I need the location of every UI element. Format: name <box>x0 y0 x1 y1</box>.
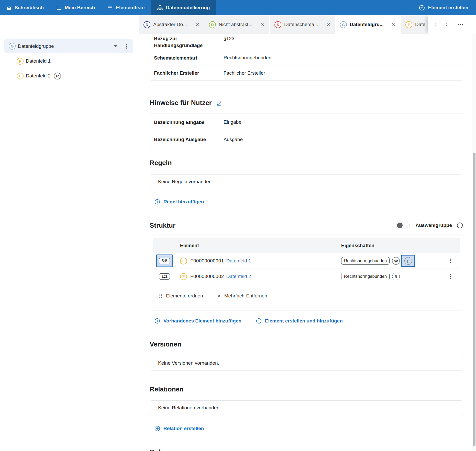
detail-label: Fachlicher Ersteller <box>154 70 224 76</box>
relationen-empty-card: Keine Relationen vorhanden. <box>150 400 463 415</box>
struktur-actions: Vorhandenes Element hinzufügen Element e… <box>150 317 463 325</box>
tab-label: Datenschema ... <box>284 22 319 27</box>
plus-circle-icon <box>154 318 160 324</box>
detail-label: Bezeichnung Ausgabe <box>154 136 224 143</box>
vorhandenes-element-hinzufuegen-link[interactable]: Vorhandenes Element hinzufügen <box>154 318 241 324</box>
close-icon[interactable]: × <box>195 21 200 28</box>
info-icon[interactable] <box>457 222 463 229</box>
section-title: Relationen <box>150 385 184 393</box>
tab-label: Date <box>415 22 425 27</box>
nav-label: Datenmodellierung <box>166 5 210 10</box>
field-type-icon: F <box>17 58 24 65</box>
tab-datenfeldgruppe[interactable]: G Datenfeldgru... × <box>335 15 400 34</box>
tabs-scroll-left-icon[interactable] <box>432 21 439 28</box>
section-title: Versionen <box>150 340 181 348</box>
schema-type-icon: S <box>274 21 281 28</box>
nav-datenmodellierung[interactable]: Datenmodellierung <box>151 0 216 15</box>
field-type-icon: F <box>17 73 24 79</box>
multiplicity-badge[interactable]: 1:1 <box>156 270 173 283</box>
detail-label: Bezug zur Handlungsgrundlage <box>154 35 224 49</box>
properties-cell: Rechtsnormgebunden R <box>341 273 447 280</box>
element-id: F00000000002 <box>190 274 224 279</box>
tool-label: Elemente ordnen <box>166 293 203 299</box>
tab-abstrakter-do[interactable]: D Abstrakter Do... × <box>139 15 204 34</box>
empty-state-text: Keine Relationen vorhanden. <box>158 405 221 411</box>
column-header-eigenschaften: Eigenschaften <box>341 243 447 248</box>
nav-label: Schreibtisch <box>15 5 44 10</box>
element-id: F00000000001 <box>190 258 224 264</box>
auswahlgruppe-toggle[interactable] <box>396 222 410 229</box>
element-erstellen-und-hinzufuegen-link[interactable]: Element erstellen und hinzufügen <box>256 318 343 324</box>
tab-strip: D Abstrakter Do... × D Nicht abstrakt...… <box>139 15 476 34</box>
main-panel: Bezug zur Handlungsgrundlage §123 Schema… <box>139 34 472 451</box>
tab-label: Nicht abstrakt... <box>219 22 252 27</box>
sidebar-item-datenfeld-2[interactable]: F Datenfeld 2 R <box>17 68 61 83</box>
workspace-icon <box>56 5 62 10</box>
field-type-icon: F <box>180 258 187 264</box>
app-window: Schreibtisch Mein Bereich Elementliste D… <box>0 0 476 451</box>
element-name-link[interactable]: Datenfeld 2 <box>226 274 251 279</box>
link-label: Element erstellen und hinzufügen <box>265 318 343 324</box>
field-type-icon: F <box>180 273 187 280</box>
chevron-down-icon[interactable] <box>114 45 117 47</box>
paragraph-badge: § <box>404 257 412 265</box>
multiplicity-value: 1:1 <box>159 273 170 280</box>
vertical-scrollbar[interactable] <box>472 34 476 451</box>
elemente-ordnen-button[interactable]: Elemente ordnen <box>159 293 203 299</box>
r-badge: R <box>392 273 400 280</box>
tabs-more-icon[interactable] <box>457 21 464 28</box>
schema-type-chip: Rechtsnormgebunden <box>341 257 390 265</box>
relationen-actions: Relation erstellen <box>150 425 463 432</box>
topbar-spacer <box>216 0 411 15</box>
regeln-empty-card: Keine Regeln vorhanden. <box>150 174 463 189</box>
regel-hinzufuegen-link[interactable]: Regel hinzufügen <box>154 199 204 205</box>
relation-erstellen-link[interactable]: Relation erstellen <box>154 425 204 432</box>
mehrfach-entfernen-button[interactable]: × Mehrfach-Entfernen <box>217 293 267 299</box>
nav-schreibtisch[interactable]: Schreibtisch <box>0 0 50 15</box>
detail-value: Fachlicher Ersteller <box>224 70 265 76</box>
struktur-controls: Auswahlgruppe <box>396 221 463 229</box>
nav-label: Elementliste <box>116 5 145 10</box>
kebab-menu-icon[interactable] <box>124 43 129 49</box>
tab-datenschema[interactable]: S Datenschema ... × <box>270 15 335 34</box>
tabs-scroll-right-icon[interactable] <box>442 21 450 28</box>
link-label: Regel hinzufügen <box>163 199 204 205</box>
paragraph-badge-selected[interactable]: § <box>401 255 415 267</box>
x-icon: × <box>217 293 221 299</box>
element-cell: F F00000000001 Datenfeld 1 <box>176 258 341 264</box>
edit-pencil-icon[interactable] <box>216 99 223 106</box>
element-name-link[interactable]: Datenfeld 1 <box>226 258 251 264</box>
detail-value: Eingabe <box>224 119 241 125</box>
multiplicity-badge-selected[interactable]: 3:5 <box>156 255 173 267</box>
detail-row: Bezeichnung Eingabe Eingabe <box>150 113 463 131</box>
properties-cell: Rechtsnormgebunden W § <box>341 255 447 267</box>
nav-mein-bereich[interactable]: Mein Bereich <box>50 0 101 15</box>
detail-value: §123 <box>224 35 234 41</box>
schema-type-chip: Rechtsnormgebunden <box>341 273 390 280</box>
sidebar-item-datenfeldgruppe[interactable]: G Datenfeldgruppe <box>4 39 133 53</box>
row-kebab-menu-icon[interactable] <box>447 258 453 264</box>
sidebar: Aktuelles Element G Datenfeldgruppe F Da… <box>0 15 139 451</box>
link-label: Vorhandenes Element hinzufügen <box>163 318 241 324</box>
section-title: Struktur <box>150 221 175 229</box>
struktur-card: Element Eigenschaften 3:5 F F00000000001… <box>150 235 463 310</box>
field-type-icon: F <box>405 21 412 28</box>
column-header-element: Element <box>176 243 341 248</box>
detail-label: Bezeichnung Eingabe <box>154 119 224 126</box>
close-icon[interactable]: × <box>260 21 265 28</box>
nav-elementliste[interactable]: Elementliste <box>101 0 151 15</box>
scrollbar-thumb[interactable] <box>473 153 475 446</box>
sidebar-item-datenfeld-1[interactable]: F Datenfeld 1 <box>17 54 51 68</box>
close-icon[interactable]: × <box>391 21 396 28</box>
plus-circle-icon <box>154 199 160 205</box>
tab-scroll-controls <box>428 15 476 34</box>
element-details-card: Bezug zur Handlungsgrundlage §123 Schema… <box>150 34 463 81</box>
toggle-label: Auswahlgruppe <box>415 221 452 229</box>
element-erstellen-button[interactable]: Element erstellen <box>411 0 476 15</box>
tab-nicht-abstrakt[interactable]: D Nicht abstrakt... × <box>204 15 269 34</box>
section-title: Referenzen <box>150 448 185 451</box>
drag-handle-icon <box>159 293 163 299</box>
close-icon[interactable]: × <box>326 21 331 28</box>
section-title: Hinweise für Nutzer <box>150 99 212 107</box>
row-kebab-menu-icon[interactable] <box>447 273 453 280</box>
